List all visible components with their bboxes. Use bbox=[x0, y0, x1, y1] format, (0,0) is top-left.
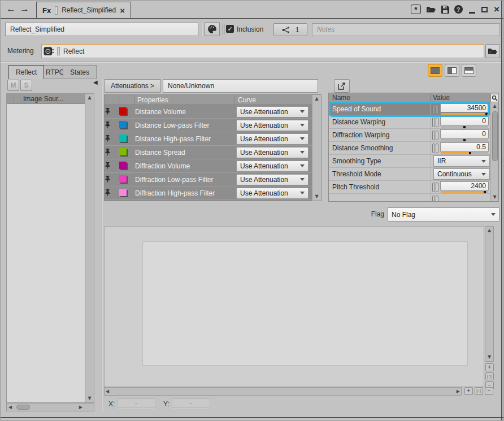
tab-close-icon[interactable]: × bbox=[120, 6, 125, 15]
link-indicator[interactable] bbox=[436, 118, 438, 127]
scrollbar-thumb[interactable] bbox=[492, 111, 498, 161]
pin-icon[interactable] bbox=[105, 176, 119, 183]
tab-states[interactable]: States bbox=[63, 65, 97, 79]
search-properties-button[interactable] bbox=[490, 94, 499, 102]
document-tab[interactable]: Fx Reflect_Simplified × bbox=[36, 2, 131, 18]
scroll-up-icon[interactable]: ▲ bbox=[488, 227, 491, 235]
image-sources-header[interactable]: Image Sour... bbox=[7, 94, 85, 104]
zoom-fit-horizontal-button[interactable]: |:| bbox=[475, 387, 483, 395]
panel-divider[interactable] bbox=[102, 79, 103, 411]
attenuation-table-vscrollbar[interactable]: ▲ ▼ bbox=[312, 95, 321, 201]
collapse-panel-icon[interactable]: ◀ bbox=[93, 79, 98, 85]
pin-icon[interactable] bbox=[105, 162, 119, 170]
curve-dropdown[interactable]: Use Attenuation bbox=[236, 133, 309, 145]
rtpc-indicator[interactable] bbox=[432, 118, 435, 127]
slider-marker[interactable] bbox=[463, 139, 466, 141]
curve-dropdown[interactable]: Use Attenuation bbox=[236, 160, 309, 172]
pin-icon[interactable] bbox=[105, 149, 119, 156]
open-folder-icon[interactable] bbox=[426, 5, 436, 14]
inclusion-checkbox[interactable]: ✓ bbox=[226, 25, 234, 33]
link-indicator[interactable] bbox=[436, 105, 438, 114]
rtpc-indicator[interactable] bbox=[432, 144, 435, 153]
curve-dropdown[interactable]: Use Attenuation bbox=[236, 106, 309, 118]
scroll-up-icon[interactable]: ▲ bbox=[493, 102, 496, 110]
link-indicator[interactable] bbox=[436, 183, 438, 192]
attenuation-row[interactable]: Diffraction VolumeUse Attenuation bbox=[105, 159, 312, 173]
zoom-in-horizontal-button[interactable]: + bbox=[464, 387, 473, 395]
close-window-icon[interactable]: × bbox=[492, 5, 502, 14]
property-value-dropdown[interactable]: Continuous bbox=[433, 168, 490, 180]
tab-reflect[interactable]: Reflect bbox=[8, 65, 44, 79]
attenuation-row[interactable]: Distance SpreadUse Attenuation bbox=[105, 146, 312, 159]
scroll-down-icon[interactable]: ▼ bbox=[88, 394, 91, 402]
open-external-editor-button[interactable] bbox=[334, 79, 350, 93]
view-split-horizontal-button[interactable] bbox=[462, 64, 476, 77]
scroll-left-icon[interactable]: ◀ bbox=[106, 388, 109, 396]
property-row[interactable]: Smoothing TypeIIR bbox=[329, 155, 490, 168]
rtpc-indicator[interactable] bbox=[432, 131, 435, 140]
zoom-fit-vertical-button[interactable]: |:| bbox=[485, 372, 494, 380]
curve-dropdown[interactable]: Use Attenuation bbox=[236, 147, 309, 158]
curve-dropdown[interactable]: Use Attenuation bbox=[236, 120, 309, 131]
property-value-field[interactable]: 2400 bbox=[440, 181, 489, 190]
scroll-right-icon[interactable]: ▶ bbox=[79, 403, 82, 411]
curve-dropdown[interactable]: Use Attenuation bbox=[236, 174, 309, 185]
property-value-slider[interactable] bbox=[441, 191, 488, 193]
attenuation-row[interactable]: Diffraction High-pass FilterUse Attenuat… bbox=[105, 186, 312, 200]
rtpc-indicator[interactable] bbox=[432, 105, 435, 114]
link-indicator[interactable] bbox=[436, 144, 438, 153]
properties-table-vscrollbar[interactable]: ▲ ▼ bbox=[490, 93, 499, 201]
view-split-vertical-button[interactable] bbox=[445, 64, 459, 77]
forward-arrow-icon[interactable]: → bbox=[20, 3, 29, 15]
scroll-down-icon[interactable]: ▼ bbox=[315, 193, 318, 201]
scroll-left-icon[interactable]: ◀ bbox=[8, 403, 12, 411]
property-value-slider[interactable] bbox=[441, 113, 488, 115]
property-value-dropdown[interactable]: IIR bbox=[433, 155, 490, 167]
property-row[interactable]: Distance Smoothing0.5 bbox=[329, 142, 490, 155]
graph-vscrollbar[interactable]: ▲ ▼ bbox=[485, 226, 494, 362]
image-sources-vscrollbar[interactable]: ▲ ▼ bbox=[85, 94, 94, 402]
attenuation-row[interactable]: Diffraction Low-pass FilterUse Attenuati… bbox=[105, 173, 312, 186]
attenuation-row[interactable]: Distance Low-pass FilterUse Attenuation bbox=[105, 119, 312, 132]
attenuation-row[interactable]: Distance VolumeUse Attenuation bbox=[105, 105, 312, 119]
rtpc-indicator[interactable] bbox=[432, 183, 435, 192]
pin-icon[interactable] bbox=[105, 135, 119, 142]
zoom-out-horizontal-button[interactable]: − bbox=[485, 387, 493, 395]
property-value-field[interactable]: 0 bbox=[440, 129, 489, 138]
scroll-right-icon[interactable]: ▶ bbox=[457, 388, 460, 396]
attenuation-selector-field[interactable]: None/Unknown bbox=[163, 79, 318, 93]
zoom-in-vertical-button[interactable]: + bbox=[485, 363, 494, 371]
slider-marker[interactable] bbox=[484, 191, 486, 193]
property-row[interactable]: Pitch Threshold2400 bbox=[329, 181, 490, 194]
pin-icon[interactable] bbox=[105, 108, 119, 115]
property-value-field[interactable]: 0.5 bbox=[440, 142, 489, 151]
curve-graph-plot[interactable] bbox=[142, 241, 468, 366]
save-icon[interactable] bbox=[440, 5, 450, 14]
mute-button[interactable]: M bbox=[7, 80, 19, 91]
property-row[interactable]: Distance Warping0 bbox=[329, 116, 490, 129]
property-value-slider[interactable] bbox=[441, 152, 488, 154]
back-arrow-icon[interactable]: ← bbox=[6, 3, 16, 15]
metering-target-field[interactable]: Reflect bbox=[41, 44, 484, 58]
curve-graph-area[interactable] bbox=[104, 226, 484, 387]
property-row[interactable]: Speed of Sound34500 bbox=[329, 103, 490, 116]
link-indicator[interactable] bbox=[436, 131, 438, 140]
attenuation-row[interactable]: Distance High-pass FilterUse Attenuation bbox=[105, 132, 312, 146]
curve-dropdown[interactable]: Use Attenuation bbox=[236, 188, 309, 199]
slider-marker[interactable] bbox=[469, 152, 471, 154]
image-sources-hscrollbar[interactable]: ◀ ▶ bbox=[6, 403, 94, 411]
flag-dropdown[interactable]: No Flag bbox=[388, 207, 499, 222]
pin-icon[interactable] bbox=[105, 121, 119, 129]
property-value-slider[interactable] bbox=[441, 126, 488, 128]
property-row[interactable]: Diffraction Warping0 bbox=[329, 129, 490, 142]
graph-hscrollbar[interactable]: ◀ ▶ bbox=[104, 387, 462, 396]
property-value-slider[interactable] bbox=[441, 139, 488, 141]
pin-icon[interactable] bbox=[105, 189, 119, 197]
attenuations-menu-button[interactable]: Attenuations > bbox=[104, 79, 161, 93]
color-palette-button[interactable] bbox=[205, 22, 220, 36]
slider-marker[interactable] bbox=[463, 126, 466, 128]
object-name-input[interactable]: Reflect_Simplified bbox=[5, 23, 198, 36]
notes-input[interactable]: Notes bbox=[312, 23, 500, 36]
solo-button[interactable]: S bbox=[20, 80, 32, 91]
pin-window-icon[interactable]: * bbox=[411, 5, 421, 14]
